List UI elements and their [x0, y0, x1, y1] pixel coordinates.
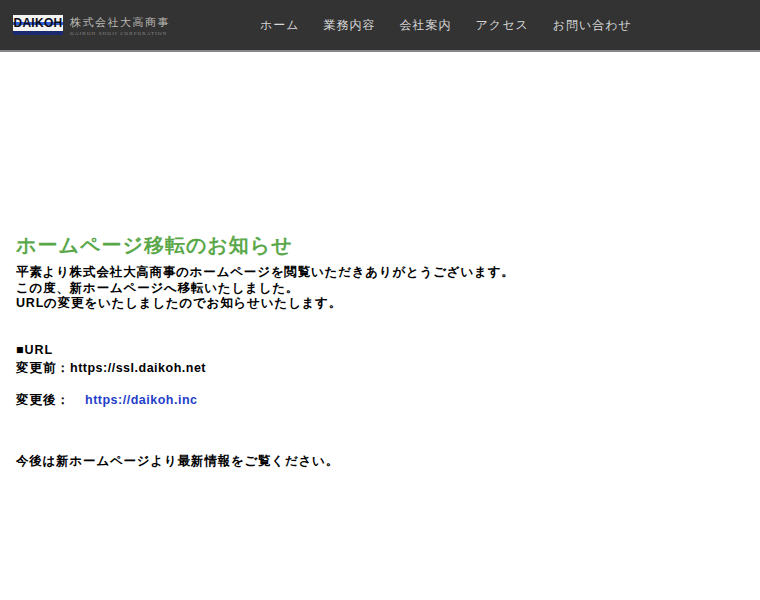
nav-item-home[interactable]: ホーム	[260, 17, 300, 34]
nav-item-services[interactable]: 業務内容	[324, 17, 376, 34]
daikoh-logo-face: DAIKOH	[13, 15, 63, 31]
main-content: ホームページ移転のお知らせ 平素より株式会社大高商事のホームページを閲覧いただき…	[0, 52, 760, 470]
site-logo[interactable]: DAIKOH 株式会社大高商事 DAIKOH SHOJI CORPORATION	[13, 15, 170, 36]
url-after-label: 変更後：	[16, 393, 70, 407]
footer-note: 今後は新ホームページより最新情報をご覧ください。	[16, 453, 740, 470]
logo-navy-strip	[13, 31, 63, 35]
url-section: ■URL 変更前：https://ssl.daikoh.net 変更後：http…	[16, 343, 740, 409]
main-nav: ホーム 業務内容 会社案内 アクセス お問い合わせ	[260, 0, 632, 50]
nav-item-contact[interactable]: お問い合わせ	[553, 17, 632, 34]
nav-item-access[interactable]: アクセス	[476, 17, 529, 34]
url-before-row: 変更前：https://ssl.daikoh.net	[16, 358, 740, 377]
nav-item-company[interactable]: 会社案内	[400, 17, 452, 34]
intro-paragraph: 平素より株式会社大高商事のホームページを閲覧いただきありがとうございます。 この…	[16, 265, 740, 312]
logo-brand-text: DAIKOH	[13, 17, 62, 29]
intro-line: 平素より株式会社大高商事のホームページを閲覧いただきありがとうございます。	[16, 265, 740, 281]
url-section-label: ■URL	[16, 343, 740, 359]
page-title: ホームページ移転のお知らせ	[16, 232, 740, 259]
new-url-link[interactable]: https://daikoh.inc	[85, 393, 197, 407]
intro-line: URLの変更をいたしましたのでお知らせいたします。	[16, 296, 740, 312]
company-name-ja: 株式会社大高商事	[70, 15, 170, 29]
site-header: DAIKOH 株式会社大高商事 DAIKOH SHOJI CORPORATION…	[0, 0, 760, 52]
url-after-row: 変更後：https://daikoh.inc	[16, 390, 740, 409]
company-name-en: DAIKOH SHOJI CORPORATION	[70, 31, 170, 36]
daikoh-logo-mark: DAIKOH	[13, 15, 63, 35]
old-url-text: https://ssl.daikoh.net	[70, 361, 206, 375]
intro-line: この度、新ホームページへ移転いたしました。	[16, 281, 740, 297]
company-names: 株式会社大高商事 DAIKOH SHOJI CORPORATION	[70, 15, 170, 36]
url-before-label: 変更前：	[16, 361, 70, 375]
